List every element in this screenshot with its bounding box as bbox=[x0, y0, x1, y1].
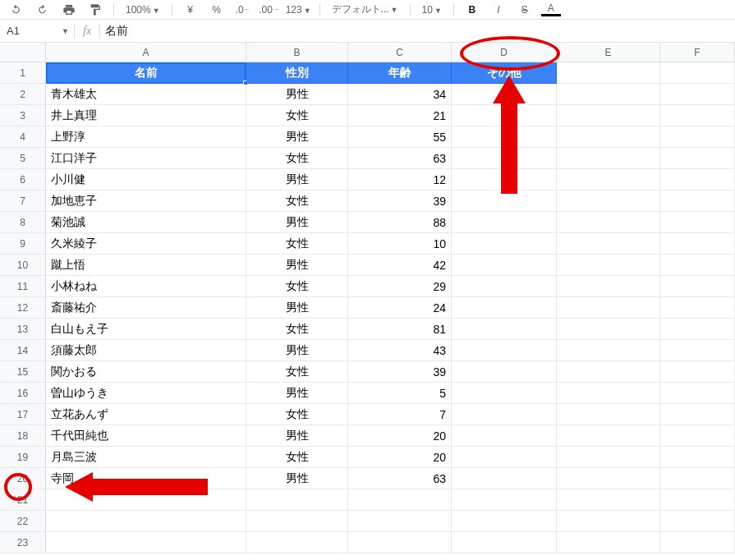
cell[interactable] bbox=[348, 532, 452, 553]
cell[interactable] bbox=[660, 126, 735, 148]
cell[interactable] bbox=[660, 105, 735, 126]
italic-button[interactable]: I bbox=[489, 2, 508, 18]
row-header[interactable]: 22 bbox=[0, 511, 46, 532]
paint-format-icon[interactable] bbox=[85, 2, 105, 18]
cell[interactable] bbox=[557, 383, 660, 404]
cell[interactable] bbox=[660, 255, 735, 276]
cell[interactable] bbox=[660, 190, 735, 212]
column-header-e[interactable]: E bbox=[557, 43, 660, 62]
cell[interactable] bbox=[452, 233, 557, 255]
cell[interactable] bbox=[452, 276, 557, 297]
row-header[interactable]: 20 bbox=[0, 468, 46, 489]
row-header[interactable]: 21 bbox=[0, 489, 46, 511]
cell[interactable]: 男性 bbox=[246, 340, 348, 361]
cell[interactable] bbox=[452, 212, 557, 233]
row-header[interactable]: 11 bbox=[0, 276, 46, 297]
cell[interactable]: 加地恵子 bbox=[46, 190, 246, 212]
cell[interactable] bbox=[46, 532, 246, 553]
cell[interactable] bbox=[557, 532, 660, 553]
cell[interactable]: 24 bbox=[348, 297, 452, 319]
column-header-b[interactable]: B bbox=[246, 43, 348, 62]
bold-button[interactable]: B bbox=[462, 2, 482, 18]
cell[interactable]: 女性 bbox=[246, 447, 348, 468]
row-header[interactable]: 18 bbox=[0, 425, 46, 447]
row-header[interactable]: 5 bbox=[0, 148, 46, 169]
cell[interactable] bbox=[660, 511, 735, 532]
cell[interactable] bbox=[452, 404, 557, 425]
cell[interactable] bbox=[557, 447, 660, 468]
header-cell-other[interactable]: その他 bbox=[452, 62, 557, 84]
cell[interactable]: 63 bbox=[348, 468, 452, 489]
cell[interactable]: 須藤太郎 bbox=[46, 340, 246, 361]
undo-icon[interactable] bbox=[7, 2, 26, 18]
cell[interactable]: 10 bbox=[348, 233, 452, 255]
cell[interactable] bbox=[660, 148, 735, 169]
row-header[interactable]: 13 bbox=[0, 319, 46, 340]
grid[interactable]: ABCDEF1名前性別年齢その他2青木雄太男性343井上真理女性214上野淳男性… bbox=[0, 43, 735, 553]
cell[interactable]: 21 bbox=[348, 105, 452, 126]
cell[interactable] bbox=[660, 84, 735, 105]
cell[interactable] bbox=[660, 468, 735, 489]
cell[interactable] bbox=[46, 489, 246, 511]
cell[interactable]: 5 bbox=[348, 383, 452, 404]
cell[interactable]: 女性 bbox=[246, 190, 348, 212]
cell[interactable]: 曽山ゆうき bbox=[46, 383, 246, 404]
cell[interactable]: 女性 bbox=[246, 319, 348, 340]
cell[interactable] bbox=[557, 468, 660, 489]
row-header[interactable]: 23 bbox=[0, 532, 46, 553]
cell[interactable] bbox=[452, 532, 557, 553]
cell[interactable] bbox=[660, 340, 735, 361]
cell[interactable]: 青木雄太 bbox=[46, 84, 246, 105]
cell[interactable]: 女性 bbox=[246, 276, 348, 297]
cell[interactable] bbox=[557, 212, 660, 233]
cell[interactable] bbox=[660, 62, 735, 84]
cell[interactable] bbox=[557, 425, 660, 447]
cell[interactable] bbox=[660, 489, 735, 511]
cell[interactable] bbox=[660, 404, 735, 425]
cell[interactable]: 井上真理 bbox=[46, 105, 246, 126]
cell[interactable]: 蹴上悟 bbox=[46, 255, 246, 276]
cell[interactable]: 上野淳 bbox=[46, 126, 246, 148]
decrease-decimal-icon[interactable]: .0← bbox=[233, 2, 253, 18]
font-size-dropdown[interactable]: 10▼ bbox=[419, 4, 445, 16]
cell[interactable]: 久米綾子 bbox=[46, 233, 246, 255]
redo-icon[interactable] bbox=[33, 2, 53, 18]
column-header-a[interactable]: A bbox=[46, 43, 246, 62]
cell[interactable] bbox=[452, 190, 557, 212]
cell[interactable] bbox=[452, 297, 557, 319]
cell[interactable]: 月島三波 bbox=[46, 447, 246, 468]
cell[interactable] bbox=[452, 425, 557, 447]
cell[interactable]: 20 bbox=[348, 447, 452, 468]
cell[interactable] bbox=[452, 126, 557, 148]
row-header[interactable]: 3 bbox=[0, 105, 46, 126]
cell[interactable]: 81 bbox=[348, 319, 452, 340]
percent-icon[interactable]: % bbox=[207, 2, 227, 18]
row-header[interactable]: 1 bbox=[0, 62, 46, 84]
formula-input[interactable]: 名前 bbox=[100, 24, 735, 39]
cell[interactable]: 20 bbox=[348, 425, 452, 447]
cell[interactable] bbox=[660, 447, 735, 468]
row-header[interactable]: 17 bbox=[0, 404, 46, 425]
row-header[interactable]: 4 bbox=[0, 126, 46, 148]
cell[interactable]: 男性 bbox=[246, 126, 348, 148]
text-color-button[interactable]: A bbox=[541, 3, 561, 16]
header-cell-name[interactable]: 名前 bbox=[46, 62, 246, 84]
cell[interactable] bbox=[46, 511, 246, 532]
cell[interactable] bbox=[452, 255, 557, 276]
header-cell-gender[interactable]: 性別 bbox=[246, 62, 348, 84]
cell[interactable] bbox=[660, 297, 735, 319]
cell[interactable]: 江口洋子 bbox=[46, 148, 246, 169]
cell[interactable] bbox=[660, 319, 735, 340]
cell[interactable] bbox=[452, 447, 557, 468]
cell[interactable]: 立花あんず bbox=[46, 404, 246, 425]
row-header[interactable]: 14 bbox=[0, 340, 46, 361]
name-box[interactable]: A1 ▼ bbox=[0, 25, 74, 37]
cell[interactable]: 12 bbox=[348, 169, 452, 190]
more-formats-dropdown[interactable]: 123▼ bbox=[286, 4, 311, 16]
cell[interactable]: 千代田純也 bbox=[46, 425, 246, 447]
cell[interactable] bbox=[557, 297, 660, 319]
cell[interactable]: 小林ねね bbox=[46, 276, 246, 297]
cell[interactable] bbox=[246, 489, 348, 511]
cell[interactable] bbox=[452, 84, 557, 105]
cell[interactable]: 42 bbox=[348, 255, 452, 276]
